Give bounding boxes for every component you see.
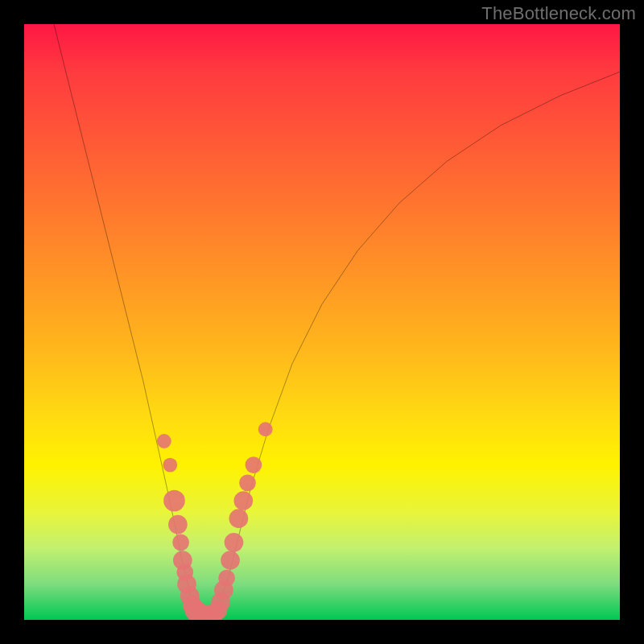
curve-group <box>54 24 620 620</box>
scatter-point <box>218 570 235 587</box>
watermark-text: TheBottleneck.com <box>481 3 636 24</box>
scatter-point <box>168 515 188 535</box>
scatter-point <box>246 456 262 473</box>
scatter-point <box>233 491 253 510</box>
scatter-group <box>157 422 273 620</box>
scatter-point <box>157 434 171 448</box>
plot-area <box>24 24 620 620</box>
chart-frame: TheBottleneck.com <box>0 0 644 644</box>
scatter-point <box>163 490 185 512</box>
scatter-point <box>229 509 249 528</box>
scatter-point <box>239 474 256 491</box>
scatter-point <box>172 534 189 551</box>
scatter-point <box>163 458 177 473</box>
scatter-point <box>225 533 244 552</box>
curve-curve-right <box>215 72 620 620</box>
chart-svg <box>24 24 620 620</box>
scatter-point <box>258 422 273 436</box>
scatter-point <box>221 551 240 570</box>
